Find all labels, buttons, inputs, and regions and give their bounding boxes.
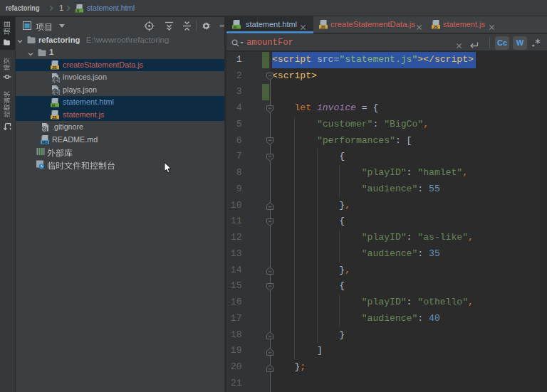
svg-text:H: H	[52, 102, 55, 107]
svg-text:JS: JS	[321, 25, 325, 29]
svg-text:JS: JS	[52, 115, 57, 120]
svg-text:{…}: {…}	[53, 78, 60, 83]
svg-text:MD: MD	[42, 140, 48, 144]
svg-text:JS: JS	[433, 25, 438, 29]
svg-text:{…}: {…}	[53, 90, 60, 95]
svg-text:H: H	[234, 25, 236, 29]
svg-text:JS: JS	[52, 65, 57, 70]
svg-text:H: H	[77, 9, 80, 13]
